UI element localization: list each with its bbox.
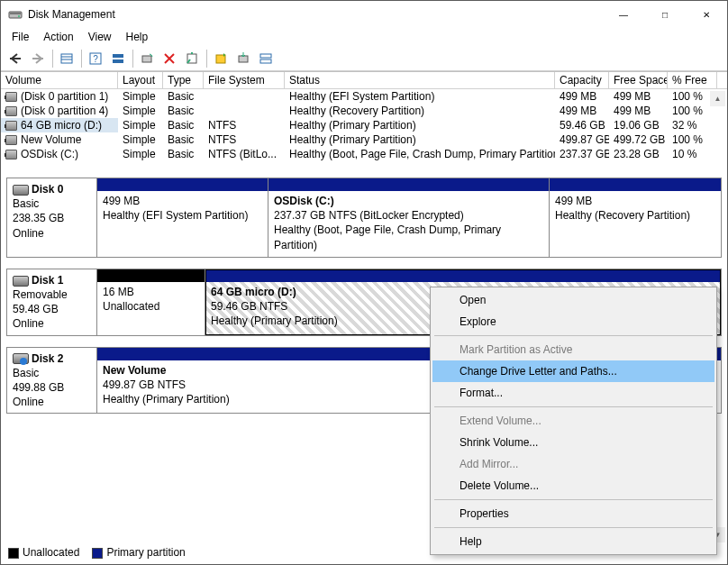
- partition[interactable]: 499 MB Healthy (EFI System Partition): [97, 178, 268, 257]
- toolbar-separator: [206, 50, 207, 68]
- volume-name: 64 GB micro (D:): [21, 119, 102, 132]
- partition-status: Healthy (EFI System Partition): [103, 208, 262, 223]
- volume-list-header: Volume Layout Type File System Status Ca…: [1, 72, 727, 89]
- disk-state: Online: [13, 396, 44, 408]
- toolbar-separator: [52, 50, 53, 68]
- view-graphical-button[interactable]: [107, 48, 129, 69]
- ctx-explore[interactable]: Explore: [432, 311, 714, 333]
- volume-free: 499 MB: [609, 89, 668, 104]
- col-layout[interactable]: Layout: [118, 72, 163, 88]
- disk-type: Basic: [13, 367, 39, 379]
- partition-color-bar: [97, 178, 268, 191]
- disk-state: Online: [13, 317, 44, 330]
- view-list-button[interactable]: [56, 48, 77, 69]
- col-type[interactable]: Type: [163, 72, 204, 88]
- disk-name: Disk 0: [32, 183, 63, 196]
- ctx-properties[interactable]: Properties: [432, 503, 714, 524]
- disk-size: 238.35 GB: [13, 212, 64, 224]
- volume-type: Basic: [163, 118, 204, 132]
- disk-state: Online: [13, 227, 44, 240]
- new-volume-button[interactable]: [210, 48, 232, 69]
- attach-vhd-button[interactable]: [232, 48, 254, 69]
- menu-view[interactable]: View: [81, 29, 119, 45]
- svg-rect-11: [113, 59, 123, 63]
- disk-header[interactable]: Disk 2 Basic 499.88 GB Online: [7, 348, 97, 414]
- svg-point-2: [18, 15, 20, 17]
- minimize-button[interactable]: —: [603, 1, 644, 28]
- col-filesystem[interactable]: File System: [204, 72, 285, 88]
- refresh-button[interactable]: [136, 48, 158, 69]
- ctx-format[interactable]: Format...: [432, 382, 714, 404]
- partition[interactable]: 499 MB Healthy (Recovery Partition): [550, 178, 721, 257]
- drive-icon: [5, 92, 17, 102]
- window-title: Disk Management: [28, 8, 603, 21]
- disk-size: 499.88 GB: [13, 381, 64, 394]
- col-pctfree[interactable]: % Free: [668, 72, 717, 88]
- volume-row[interactable]: OSDisk (C:) Simple Basic NTFS (BitLo... …: [1, 147, 727, 161]
- close-button[interactable]: ✕: [686, 1, 727, 28]
- legend: Unallocated Primary partition: [8, 546, 186, 559]
- help-button[interactable]: ?: [85, 48, 106, 69]
- volume-layout: Simple: [118, 147, 163, 161]
- volume-cap: 499 MB: [555, 104, 609, 118]
- forward-button[interactable]: [27, 48, 49, 69]
- ctx-add-mirror: Add Mirror...: [432, 453, 714, 475]
- maximize-button[interactable]: □: [644, 1, 686, 28]
- partition[interactable]: 16 MB Unallocated: [97, 269, 205, 335]
- ctx-open[interactable]: Open: [432, 289, 714, 311]
- legend-unallocated: Unallocated: [8, 546, 79, 559]
- volume-status: Healthy (Primary Partition): [285, 132, 555, 147]
- volume-layout: Simple: [118, 118, 163, 132]
- svg-rect-10: [113, 54, 123, 58]
- volume-fs: NTFS: [204, 132, 285, 147]
- delete-button[interactable]: [159, 48, 180, 69]
- volume-fs: NTFS (BitLo...: [204, 147, 285, 161]
- properties-button[interactable]: [181, 48, 203, 69]
- back-button[interactable]: [5, 48, 26, 69]
- col-status[interactable]: Status: [285, 72, 555, 88]
- col-capacity[interactable]: Capacity: [555, 72, 609, 88]
- context-menu: Open Explore Mark Partition as Active Ch…: [430, 287, 717, 555]
- scroll-up-icon[interactable]: ▲: [710, 91, 725, 106]
- view-split-button[interactable]: [255, 48, 277, 69]
- menu-help[interactable]: Help: [119, 29, 156, 45]
- svg-rect-3: [10, 58, 21, 59]
- volume-type: Basic: [163, 89, 204, 104]
- col-freespace[interactable]: Free Space: [609, 72, 668, 88]
- legend-primary: Primary partition: [92, 546, 185, 559]
- menu-separator: [434, 499, 713, 500]
- ctx-help[interactable]: Help: [432, 531, 714, 552]
- partition-color-bar: [550, 178, 721, 191]
- ctx-delete-volume[interactable]: Delete Volume...: [432, 475, 714, 497]
- partition-status: Healthy (Boot, Page File, Crash Dump, Pr…: [274, 223, 543, 251]
- volume-type: Basic: [163, 132, 204, 147]
- hdd-icon: [13, 276, 29, 287]
- volume-name: New Volume: [21, 133, 81, 146]
- ctx-change-drive-letter[interactable]: Change Drive Letter and Paths...: [432, 360, 714, 382]
- menu-file[interactable]: File: [5, 29, 36, 45]
- col-volume[interactable]: Volume: [1, 72, 118, 88]
- volume-row[interactable]: New Volume Simple Basic NTFS Healthy (Pr…: [1, 132, 727, 147]
- volume-cap: 59.46 GB: [555, 118, 609, 132]
- disk-type: Removable: [13, 288, 68, 301]
- partition-size: 237.37 GB NTFS (BitLocker Encrypted): [274, 208, 543, 223]
- svg-rect-16: [260, 54, 271, 58]
- volume-free: 19.06 GB: [609, 118, 668, 132]
- partition-color-bar: [205, 269, 721, 282]
- volume-free: 23.28 GB: [609, 147, 668, 161]
- menu-action[interactable]: Action: [36, 29, 80, 45]
- volume-row[interactable]: 64 GB micro (D:) Simple Basic NTFS Healt…: [1, 118, 727, 132]
- volume-type: Basic: [163, 104, 204, 118]
- volume-row[interactable]: (Disk 0 partition 4) Simple Basic Health…: [1, 104, 727, 118]
- disk-header[interactable]: Disk 0 Basic 238.35 GB Online: [7, 178, 97, 257]
- disk-name: Disk 2: [32, 352, 63, 365]
- window-buttons: — □ ✕: [603, 1, 727, 28]
- volume-row[interactable]: (Disk 0 partition 1) Simple Basic Health…: [1, 89, 727, 104]
- volume-status: Healthy (EFI System Partition): [285, 89, 555, 104]
- disk-header[interactable]: Disk 1 Removable 59.48 GB Online: [7, 269, 97, 335]
- ctx-shrink-volume[interactable]: Shrink Volume...: [432, 432, 714, 453]
- menu-separator: [434, 527, 713, 528]
- partition-color-bar: [268, 178, 549, 191]
- partition-size: 499 MB: [555, 194, 715, 208]
- partition[interactable]: OSDisk (C:) 237.37 GB NTFS (BitLocker En…: [268, 178, 550, 257]
